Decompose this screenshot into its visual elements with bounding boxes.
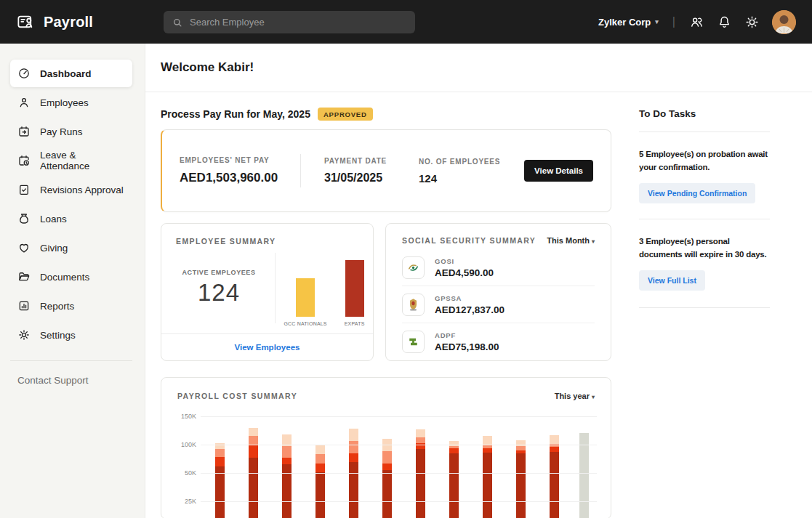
employee-count-stat: NO. OF EMPLOYEES 124: [419, 158, 524, 185]
provider-name: GOSI: [435, 257, 494, 265]
sidebar-item-label: Pay Runs: [40, 126, 83, 137]
year-dropdown[interactable]: This year▾: [555, 392, 595, 400]
todo-task-text: 5 Employee(s) on probation await your co…: [639, 147, 770, 174]
chevron-down-icon: ▾: [592, 394, 595, 400]
todo-panel: To Do Tasks 5 Employee(s) on probation a…: [639, 108, 770, 518]
payroll-cost-title: PAYROLL COST SUMMARY: [177, 392, 297, 400]
y-axis-tick: 100K: [177, 441, 196, 448]
loans-icon: [17, 212, 31, 225]
sidebar-item-revisions-approval[interactable]: Revisions Approval: [10, 176, 132, 203]
view-pending-confirmation-button[interactable]: View Pending Confirmation: [639, 183, 755, 203]
payroll-bar-nov-tier-1: [550, 452, 559, 518]
reports-chart-icon: [17, 299, 31, 312]
sidebar-item-documents[interactable]: Documents: [10, 263, 132, 291]
payroll-bar-apr-tier-2: [315, 464, 325, 472]
provider-name: GPSSA: [435, 294, 505, 302]
gear-icon[interactable]: [744, 15, 760, 30]
topbar: Payroll Zylker Corp ▾ |: [0, 0, 812, 44]
topbar-separator: |: [672, 15, 675, 28]
period-dropdown[interactable]: This Month▾: [547, 236, 595, 245]
gridline: [201, 445, 597, 445]
contact-support-link[interactable]: Contact Support: [17, 375, 127, 386]
payroll-bar-apr-tier-1: [315, 472, 325, 518]
employee-summary-card: EMPLOYEE SUMMARY ACTIVE EMPLOYEES 124: [161, 223, 374, 361]
payroll-bar-may-tier-2: [349, 453, 358, 462]
notifications-bell-icon[interactable]: [717, 15, 732, 30]
payroll-bar-sep-tier-4: [483, 436, 492, 445]
search-input[interactable]: [190, 17, 407, 28]
sidebar-item-label: Settings: [40, 330, 76, 341]
users-icon[interactable]: [689, 15, 704, 30]
payrun-summary-card: EMPLOYEES' NET PAY AED1,503,960.00 PAYME…: [161, 129, 611, 212]
employee-search[interactable]: [164, 11, 415, 33]
provider-amount: AED4,590.00: [435, 267, 494, 278]
social-security-card: SOCIAL SECURITY SUMMARY This Month▾ GOSI: [385, 223, 611, 361]
payroll-bar-feb-tier-1: [249, 458, 258, 518]
settings-gear-icon: [17, 328, 31, 341]
payroll-bar-jul-tier-4: [416, 429, 425, 437]
payment-date-stat: PAYMENT DATE 31/05/2025: [324, 157, 419, 185]
sidebar-item-dashboard[interactable]: Dashboard: [10, 60, 132, 87]
payroll-bar-apr-tier-3: [315, 454, 325, 463]
search-icon: [172, 17, 183, 28]
employee-mini-chart: GCC NATIONALS EXPATS: [276, 246, 373, 333]
payroll-bar-apr-tier-4: [315, 445, 325, 454]
payroll-bar-jun-tier-1: [382, 470, 392, 518]
giving-heart-icon: [17, 241, 31, 254]
todo-divider: [639, 219, 770, 219]
sidebar-item-loans[interactable]: Loans: [10, 205, 132, 232]
user-avatar[interactable]: [772, 10, 796, 34]
employee-chart-label: EXPATS: [345, 321, 365, 326]
payroll-chart: 150K100K50K25K: [177, 407, 595, 518]
payroll-bar-dec-projected: [579, 433, 589, 518]
todo-task-text: 3 Employee(s) personal documents will ex…: [639, 235, 770, 262]
pay-runs-icon: [17, 125, 31, 138]
sidebar-item-label: Leave & Attendance: [40, 150, 125, 171]
chevron-down-icon: ▾: [655, 18, 659, 25]
social-security-row: GPSSA AED127,837.00: [402, 286, 595, 323]
provider-name: ADPF: [435, 331, 499, 339]
payroll-bar-mar-tier-1: [282, 464, 292, 518]
active-employees-label: ACTIVE EMPLOYEES: [176, 269, 262, 276]
payroll-bar-oct-tier-1: [516, 453, 526, 518]
stat-value: 124: [419, 172, 524, 185]
gridline: [201, 501, 597, 502]
employee-chart-label: GCC NATIONALS: [284, 321, 326, 326]
status-badge: APPROVED: [318, 108, 373, 121]
org-switcher[interactable]: Zylker Corp ▾: [598, 17, 659, 28]
sidebar-item-pay-runs[interactable]: Pay Runs: [10, 118, 132, 145]
payroll-bar-oct-tier-3: [516, 446, 526, 450]
payroll-bar-jan-tier-1: [215, 466, 225, 518]
payroll-bar-mar-tier-2: [282, 458, 292, 464]
stat-label: NO. OF EMPLOYEES: [419, 158, 524, 166]
chevron-down-icon: ▾: [592, 238, 595, 245]
view-details-button[interactable]: View Details: [524, 160, 593, 182]
social-security-title: SOCIAL SECURITY SUMMARY: [402, 236, 536, 245]
view-employees-link[interactable]: View Employees: [235, 343, 300, 352]
org-name: Zylker Corp: [598, 17, 651, 28]
social-security-row: ADPF AED75,198.00: [402, 323, 595, 360]
sidebar-item-label: Reports: [40, 301, 74, 312]
net-pay-stat: EMPLOYEES' NET PAY AED1,503,960.00: [180, 156, 300, 185]
employee-chart-bar: [345, 260, 364, 317]
y-axis-tick: 150K: [177, 413, 196, 420]
sidebar-item-leave-attendance[interactable]: Leave & Attendance: [10, 147, 132, 174]
payroll-bar-sep-tier-2: [483, 448, 492, 453]
sidebar-item-reports[interactable]: Reports: [10, 292, 132, 320]
payroll-bar-feb-tier-4: [249, 428, 258, 435]
sidebar-item-giving[interactable]: Giving: [10, 234, 132, 262]
page-title: Welcome Kabir!: [161, 60, 254, 75]
payroll-bar-may-tier-4: [349, 429, 358, 440]
active-employees-count: 124: [176, 279, 262, 307]
payroll-bar-aug-tier-2: [449, 448, 459, 453]
welcome-header: Welcome Kabir!: [145, 44, 812, 92]
sidebar-item-employees[interactable]: Employees: [10, 89, 132, 116]
sidebar-item-label: Revisions Approval: [40, 185, 124, 195]
view-full-list-button[interactable]: View Full List: [639, 270, 705, 291]
employee-chart-bar: [296, 278, 315, 317]
y-axis-tick: 25K: [177, 498, 196, 505]
stat-value: AED1,503,960.00: [180, 171, 300, 185]
sidebar-item-settings[interactable]: Settings: [10, 321, 132, 349]
payroll-bar-feb-tier-3: [249, 436, 258, 445]
payroll-bar-oct-tier-2: [516, 450, 526, 454]
